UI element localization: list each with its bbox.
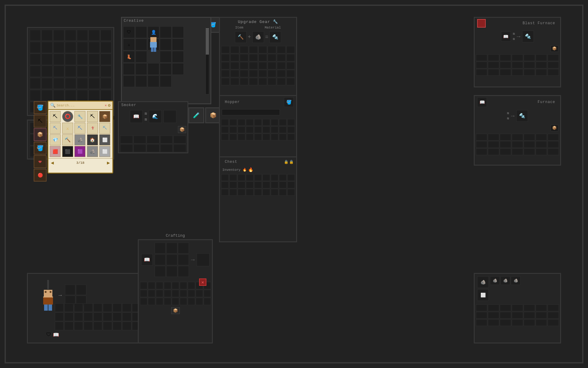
- upgrade-cell[interactable]: [221, 46, 230, 53]
- char-inv-cell[interactable]: [113, 322, 122, 330]
- creative-cell[interactable]: [160, 26, 172, 38]
- creative-cell[interactable]: [135, 51, 147, 63]
- craft-inv-cell[interactable]: [180, 298, 187, 305]
- chest-cell[interactable]: [221, 182, 229, 188]
- upgrade-cell[interactable]: [268, 54, 276, 61]
- upgrade-cell[interactable]: [277, 70, 285, 77]
- inv-cell[interactable]: [41, 78, 52, 89]
- upgrade-result-slot[interactable]: 🔩: [270, 31, 281, 43]
- chest-cell[interactable]: [246, 182, 254, 188]
- craft-inv-cell[interactable]: [140, 290, 147, 297]
- char-inv-cell[interactable]: [55, 303, 64, 312]
- creative-cell[interactable]: [172, 39, 184, 50]
- upgrade-cell[interactable]: [221, 62, 230, 69]
- craft-cell[interactable]: [166, 266, 177, 277]
- craft-inv-cell[interactable]: [164, 290, 171, 297]
- craft-inv-cell[interactable]: [188, 298, 195, 305]
- upgrade-cell[interactable]: [240, 70, 248, 77]
- inv-cell[interactable]: [100, 42, 111, 53]
- equip-slot[interactable]: [76, 285, 86, 295]
- chest-cell[interactable]: [262, 182, 270, 188]
- upgrade-cell[interactable]: [249, 46, 258, 53]
- hopper-cell[interactable]: [246, 126, 254, 133]
- chest-cell[interactable]: [279, 189, 287, 196]
- craft-cell[interactable]: [178, 266, 189, 277]
- chest-cell[interactable]: [238, 182, 245, 188]
- inv-cell[interactable]: [89, 54, 100, 65]
- upgrade-cell[interactable]: [277, 78, 285, 85]
- hopper-cell[interactable]: [229, 134, 237, 140]
- crafting-output[interactable]: [197, 253, 209, 266]
- search-item[interactable]: ⛏: [50, 111, 61, 122]
- upgrade-cell[interactable]: [286, 78, 295, 85]
- next-page-btn[interactable]: ▶: [107, 160, 110, 166]
- hopper-cell[interactable]: [262, 119, 270, 126]
- craft-inv-cell[interactable]: [156, 290, 163, 297]
- hopper-cell[interactable]: [279, 119, 287, 126]
- chest-cell[interactable]: [262, 189, 270, 196]
- upgrade-material-slot[interactable]: 🪨: [252, 31, 264, 43]
- inv-cell[interactable]: [89, 78, 100, 89]
- rb-cell[interactable]: [476, 319, 487, 326]
- search-placeholder[interactable]: Search...: [57, 104, 105, 107]
- rb-cell[interactable]: [500, 312, 511, 319]
- chest-cell[interactable]: [246, 174, 254, 181]
- chest-cell[interactable]: [246, 189, 254, 196]
- creative-cell[interactable]: 🛡: [123, 26, 135, 38]
- char-inv-cell[interactable]: [84, 322, 92, 330]
- rb-cell[interactable]: [512, 319, 523, 326]
- craft-cell[interactable]: [178, 254, 189, 265]
- inv-cell[interactable]: [100, 66, 111, 77]
- creative-scrollbar[interactable]: [205, 27, 209, 94]
- inv-cell[interactable]: [89, 30, 100, 41]
- furnace-cell[interactable]: [524, 134, 535, 140]
- upgrade-cell[interactable]: [286, 54, 295, 61]
- chest-cell[interactable]: [287, 189, 295, 196]
- potion-item[interactable]: 🧪: [188, 107, 204, 123]
- craft-inv-cell[interactable]: [164, 298, 171, 305]
- chest-cell[interactable]: [279, 182, 287, 188]
- search-item[interactable]: ⛏: [99, 123, 110, 134]
- crafting-bottom-icon[interactable]: 📦: [171, 307, 180, 314]
- chest-cell[interactable]: [287, 174, 295, 181]
- char-inv-cell[interactable]: [64, 312, 73, 321]
- close-button[interactable]: ✕: [199, 278, 206, 286]
- char-inv-cell[interactable]: [122, 303, 131, 312]
- furnace-cell[interactable]: [500, 141, 511, 148]
- search-close-btn[interactable]: ✕: [105, 103, 107, 107]
- hopper-cell[interactable]: [238, 134, 245, 140]
- hopper-cell[interactable]: [254, 126, 262, 133]
- blast-cell[interactable]: [536, 54, 547, 61]
- creative-cell[interactable]: [135, 39, 147, 50]
- furnace-cell[interactable]: [476, 134, 487, 140]
- rb-item-2[interactable]: ⬜: [477, 289, 489, 301]
- creative-cell[interactable]: 👢: [123, 51, 135, 63]
- upgrade-cell[interactable]: [230, 54, 239, 61]
- hopper-cell[interactable]: [229, 119, 237, 126]
- char-inv-cell[interactable]: [113, 303, 122, 312]
- chest-cell[interactable]: [271, 174, 278, 181]
- hopper-cell[interactable]: [221, 119, 229, 126]
- hopper-icon[interactable]: 🪣: [284, 97, 294, 107]
- chest-cell[interactable]: [238, 174, 245, 181]
- inv-cell[interactable]: [53, 78, 64, 89]
- smoker-cell[interactable]: [160, 136, 173, 144]
- search-item[interactable]: ⬜: [99, 146, 110, 157]
- upgrade-item-slot[interactable]: 🔨: [235, 31, 247, 43]
- chest-cell[interactable]: [229, 174, 237, 181]
- upgrade-cell[interactable]: [230, 78, 239, 85]
- smoker-cell[interactable]: [147, 144, 160, 152]
- upgrade-cell[interactable]: [240, 54, 248, 61]
- furnace-cell[interactable]: [488, 134, 499, 140]
- inv-cell[interactable]: [77, 54, 88, 65]
- blast-cell[interactable]: [476, 62, 487, 68]
- blast-bottom-icon[interactable]: 📦: [551, 45, 558, 52]
- smoker-cell[interactable]: [120, 136, 133, 144]
- craft-inv-cell[interactable]: [148, 282, 155, 289]
- upgrade-cell[interactable]: [258, 70, 267, 77]
- char-inv-cell[interactable]: [74, 303, 83, 312]
- char-inv-cell[interactable]: [84, 303, 92, 312]
- furnace-cell[interactable]: [548, 141, 559, 148]
- inv-cell[interactable]: [77, 78, 88, 89]
- upgrade-cell[interactable]: [230, 46, 239, 53]
